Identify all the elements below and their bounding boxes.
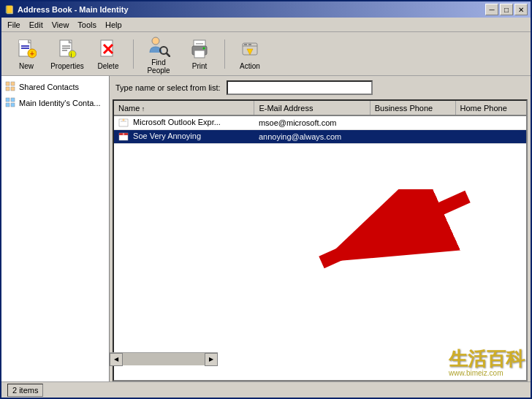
svg-point-12 <box>69 50 76 58</box>
new-label: New <box>19 62 34 70</box>
main-window: 📒 Address Book - Main Identity ─ □ ✕ Fil… <box>0 0 532 399</box>
svg-rect-37 <box>11 103 15 107</box>
svg-line-19 <box>167 53 170 56</box>
contact-name: Microsoft Outlook Expr... <box>114 115 254 130</box>
title-bar: 📒 Address Book - Main Identity ─ □ ✕ <box>1 1 531 18</box>
new-button[interactable]: + New <box>7 35 45 73</box>
action-icon <box>238 37 262 61</box>
scroll-left-button[interactable]: ◀ <box>110 353 123 366</box>
sidebar: Shared Contacts Main Identity's Conta... <box>1 76 110 381</box>
print-label: Print <box>192 62 208 70</box>
window-icon: 📒 <box>4 5 15 15</box>
svg-point-40 <box>123 119 125 121</box>
svg-rect-2 <box>19 40 28 43</box>
properties-button[interactable]: i Properties <box>48 35 86 73</box>
svg-rect-31 <box>11 82 15 86</box>
toolbar: + New i Properties <box>1 32 531 76</box>
find-people-label: Find People <box>142 58 175 75</box>
svg-rect-32 <box>6 87 10 91</box>
svg-point-17 <box>152 37 159 45</box>
properties-icon: i <box>56 37 79 61</box>
find-people-button[interactable]: Find People <box>140 35 178 73</box>
find-people-icon <box>147 34 170 57</box>
search-input[interactable] <box>227 80 373 95</box>
menu-view[interactable]: View <box>48 19 74 31</box>
column-business-phone[interactable]: Business Phone <box>370 101 455 115</box>
contact-home-phone-1 <box>455 115 526 130</box>
title-bar-left: 📒 Address Book - Main Identity <box>4 5 129 15</box>
delete-label: Delete <box>98 62 119 70</box>
svg-rect-30 <box>6 82 10 86</box>
menu-bar: File Edit View Tools Help <box>1 18 531 32</box>
delete-button[interactable]: Delete <box>89 35 127 73</box>
main-identity-icon <box>4 96 16 110</box>
svg-rect-27 <box>244 44 247 45</box>
sidebar-scrollbar[interactable]: ◀ ▶ <box>110 352 218 365</box>
svg-rect-36 <box>6 103 10 107</box>
shared-contacts-label: Shared Contacts <box>19 83 79 91</box>
column-home-phone[interactable]: Home Phone <box>455 101 526 115</box>
svg-rect-22 <box>194 50 205 58</box>
sidebar-item-shared-contacts[interactable]: Shared Contacts <box>1 79 109 95</box>
content-wrapper: Type name or select from list: Name E-Ma… <box>110 76 531 381</box>
svg-text:i: i <box>71 51 72 58</box>
scroll-right-button[interactable]: ▶ <box>205 353 218 366</box>
svg-rect-28 <box>248 44 251 45</box>
delete-icon <box>96 37 120 61</box>
shared-contacts-icon <box>4 80 16 94</box>
table-row[interactable]: Soe Very Annoying annoying@always.com <box>114 130 526 144</box>
scroll-track <box>123 353 205 365</box>
menu-edit[interactable]: Edit <box>25 19 48 31</box>
contact-biz-phone-2 <box>370 130 455 144</box>
title-buttons: ─ □ ✕ <box>485 4 528 15</box>
contacts-table: Name E-Mail Address Business Phone Home … <box>114 101 526 144</box>
action-button[interactable]: Action <box>231 35 269 73</box>
column-email[interactable]: E-Mail Address <box>254 101 370 115</box>
main-area: Shared Contacts Main Identity's Conta... <box>1 76 531 381</box>
window-title: Address Book - Main Identity <box>18 5 129 14</box>
contact-biz-phone-1 <box>370 115 455 130</box>
sidebar-item-main-identity[interactable]: Main Identity's Conta... <box>1 95 109 111</box>
close-button[interactable]: ✕ <box>514 4 528 15</box>
menu-tools[interactable]: Tools <box>73 19 101 31</box>
print-icon <box>188 37 211 61</box>
status-bar: 2 items <box>1 381 531 398</box>
search-bar: Type name or select from list: <box>110 76 531 99</box>
contact-name-2: Soe Very Annoying <box>114 130 254 144</box>
menu-file[interactable]: File <box>3 19 25 31</box>
table-header-row: Name E-Mail Address Business Phone Home … <box>114 101 526 115</box>
contact-email-2: annoying@always.com <box>254 130 370 144</box>
main-identity-label: Main Identity's Conta... <box>19 99 101 107</box>
svg-text:+: + <box>30 50 34 58</box>
toolbar-separator-2 <box>224 39 225 69</box>
print-button[interactable]: Print <box>180 35 218 73</box>
menu-help[interactable]: Help <box>101 19 126 31</box>
toolbar-separator-1 <box>133 39 134 69</box>
contacts-table-container: Name E-Mail Address Business Phone Home … <box>113 99 528 381</box>
minimize-button[interactable]: ─ <box>485 4 498 15</box>
contact-email-1: msoe@microsoft.com <box>254 115 370 130</box>
status-panel: 2 items <box>7 384 43 397</box>
new-icon: + <box>15 37 38 61</box>
svg-point-43 <box>123 133 124 134</box>
contact-home-phone-2 <box>455 130 526 144</box>
svg-rect-23 <box>196 43 203 45</box>
action-label: Action <box>240 62 260 70</box>
svg-rect-33 <box>11 87 15 91</box>
svg-rect-34 <box>6 98 10 102</box>
status-text: 2 items <box>12 386 38 395</box>
properties-label: Properties <box>50 62 84 70</box>
column-name[interactable]: Name <box>114 101 254 115</box>
svg-line-45 <box>322 197 468 262</box>
search-label: Type name or select from list: <box>115 83 221 92</box>
table-row[interactable]: Microsoft Outlook Expr... msoe@microsoft… <box>114 115 526 130</box>
svg-point-24 <box>203 48 205 50</box>
svg-rect-35 <box>11 98 15 102</box>
maximize-button[interactable]: □ <box>500 4 513 15</box>
